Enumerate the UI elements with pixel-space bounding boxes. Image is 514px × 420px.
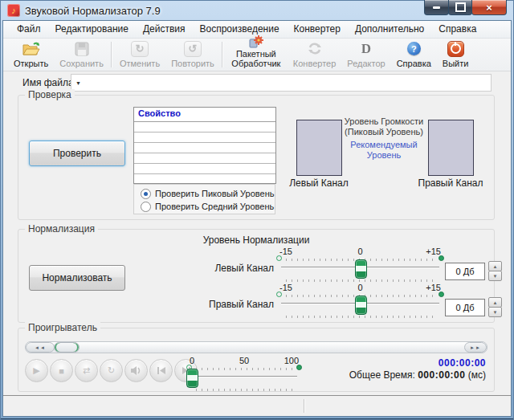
- help-label: Справка: [397, 59, 431, 68]
- repeat-button[interactable]: ↻: [100, 359, 123, 382]
- radio-button-icon[interactable]: [141, 189, 151, 199]
- position-thumb[interactable]: [54, 342, 80, 353]
- right-db-value[interactable]: 0 Дб: [445, 299, 485, 316]
- menu-converter[interactable]: Конвертер: [287, 21, 348, 38]
- filename-label: Имя файла:: [22, 77, 76, 88]
- radio-button-icon[interactable]: [141, 202, 151, 212]
- status-bar-divider: [304, 399, 305, 413]
- repeat-icon: ↻: [108, 365, 115, 376]
- menu-edit[interactable]: Редактирование: [48, 21, 136, 38]
- check-group: Проверка Проверить Свойство Проверить Пи…: [18, 95, 495, 220]
- table-row: [134, 133, 275, 143]
- range-end-marker: [439, 255, 444, 261]
- shuffle-button[interactable]: ⇄: [75, 359, 98, 382]
- forward-button[interactable]: ►►: [464, 342, 487, 353]
- level-info: Уровень Громкости (Пиковый Уровень) Реко…: [338, 116, 430, 161]
- menu-actions[interactable]: Действия: [136, 21, 193, 38]
- menu-help[interactable]: Справка: [431, 21, 483, 38]
- batch-processor-label: Пакетный Обработчик: [230, 49, 282, 68]
- level-info-line1: Уровень Громкости: [338, 116, 430, 127]
- check-button[interactable]: Проверить: [29, 141, 125, 166]
- player-group-label: Проигрыватель: [25, 322, 100, 333]
- total-time: 000:00:00: [418, 369, 465, 381]
- property-table-header: Свойство: [134, 108, 275, 122]
- scale-max: +15: [426, 283, 441, 292]
- redo-label: Повторить: [171, 59, 214, 68]
- exit-icon: [447, 40, 464, 58]
- help-icon: ?: [407, 40, 421, 58]
- player-group: Проигрыватель ◄◄ ►► ▶ ■ ⇄ ↻: [18, 328, 495, 392]
- menu-playback[interactable]: Воспроизведение: [193, 21, 287, 38]
- converter-button[interactable]: Конвертер: [288, 39, 341, 71]
- table-row: [134, 122, 275, 133]
- left-db-value[interactable]: 0 Дб: [445, 263, 485, 280]
- scale-mid: 0: [278, 283, 443, 292]
- menu-extra[interactable]: Дополнительно: [348, 21, 431, 38]
- status-bar: [3, 395, 511, 416]
- left-spin-down-button[interactable]: ▼: [488, 271, 502, 281]
- normalize-group-label: Нормализация: [25, 223, 98, 234]
- filename-combobox[interactable]: ▼: [71, 74, 492, 92]
- range-start-marker: [276, 292, 282, 297]
- player-buttons: ▶ ■ ⇄ ↻: [25, 359, 199, 382]
- check-mode-panel: Проверить Пиковый Уровень Проверить Сред…: [133, 184, 275, 214]
- radio-average-level[interactable]: Проверить Средний Уровень: [141, 200, 275, 213]
- right-spin-down-button[interactable]: ▼: [488, 307, 502, 317]
- redo-icon: ↺: [184, 40, 202, 58]
- stop-icon: ■: [59, 366, 64, 376]
- table-row: [134, 153, 275, 164]
- level-info-line2: (Пиковый Уровень): [338, 127, 430, 137]
- slider-thumb[interactable]: [355, 259, 367, 279]
- save-button[interactable]: Сохранить: [54, 39, 109, 71]
- volume-button[interactable]: [124, 359, 148, 382]
- current-time: 000:00:00: [349, 357, 486, 369]
- check-group-label: Проверка: [25, 89, 75, 100]
- slider-thumb[interactable]: [355, 296, 367, 315]
- save-icon: [75, 40, 89, 58]
- editor-button[interactable]: D Редактор: [341, 39, 390, 71]
- shuffle-icon: ⇄: [83, 365, 90, 376]
- toolbar-separator: [222, 42, 223, 67]
- toolbar-separator: [111, 42, 112, 67]
- right-channel-slider[interactable]: -15 0 +15: [278, 283, 443, 320]
- stop-button[interactable]: ■: [50, 359, 73, 382]
- batch-processor-button[interactable]: Пакетный Обработчик: [225, 39, 288, 71]
- right-channel-meter-label: Правый Канал: [414, 177, 487, 189]
- music-note-icon: ♪: [11, 6, 16, 15]
- time-unit: (мс): [468, 369, 486, 381]
- exit-button[interactable]: Выйти: [437, 39, 475, 71]
- help-button[interactable]: ? Справка: [391, 39, 437, 71]
- right-channel-meter: [428, 120, 474, 176]
- redo-button[interactable]: ↺ Повторить: [165, 39, 220, 71]
- open-button[interactable]: Открыть: [8, 39, 54, 71]
- chevron-down-icon[interactable]: ▼: [71, 80, 81, 86]
- open-label: Открыть: [14, 59, 48, 68]
- speaker-icon: [130, 365, 142, 376]
- undo-button[interactable]: ↻ Отменить: [114, 39, 165, 71]
- left-channel-slider[interactable]: -15 0 +15: [278, 247, 443, 283]
- previous-track-icon: [157, 366, 166, 375]
- volume-slider[interactable]: 0 50 100: [188, 356, 300, 393]
- close-button[interactable]: ×: [471, 0, 507, 15]
- maximize-button[interactable]: [448, 0, 472, 15]
- table-row: [134, 164, 275, 174]
- radio-peak-level[interactable]: Проверить Пиковый Уровень: [141, 187, 275, 200]
- recommended-level-link[interactable]: Рекомендуемый Уровень: [338, 140, 430, 161]
- toolbar: Открыть Сохранить ↻ Отменить ↺ П: [3, 39, 511, 71]
- menu-file[interactable]: Файл: [10, 21, 48, 38]
- play-button[interactable]: ▶: [25, 359, 48, 382]
- title-bar[interactable]: ♪ Звуковой Нормализатор 7.9 ×: [0, 0, 514, 21]
- slider-thumb[interactable]: [186, 369, 198, 388]
- slider-ticks: [286, 279, 434, 282]
- slider-track[interactable]: [191, 376, 297, 377]
- time-display: 000:00:00 Общее Время: 000:00:00 (мс): [349, 357, 486, 381]
- normalize-button[interactable]: Нормализовать: [29, 265, 125, 291]
- scale-max: 100: [284, 356, 299, 365]
- minimize-button[interactable]: [424, 0, 449, 15]
- position-bar[interactable]: ◄◄ ►►: [25, 341, 487, 353]
- rewind-button[interactable]: ◄◄: [26, 342, 55, 353]
- left-channel-slider-label: Левый Канал: [190, 263, 274, 274]
- previous-track-button[interactable]: [149, 359, 173, 382]
- right-channel-slider-label: Правый Канал: [190, 299, 274, 310]
- open-folder-icon: [22, 40, 40, 58]
